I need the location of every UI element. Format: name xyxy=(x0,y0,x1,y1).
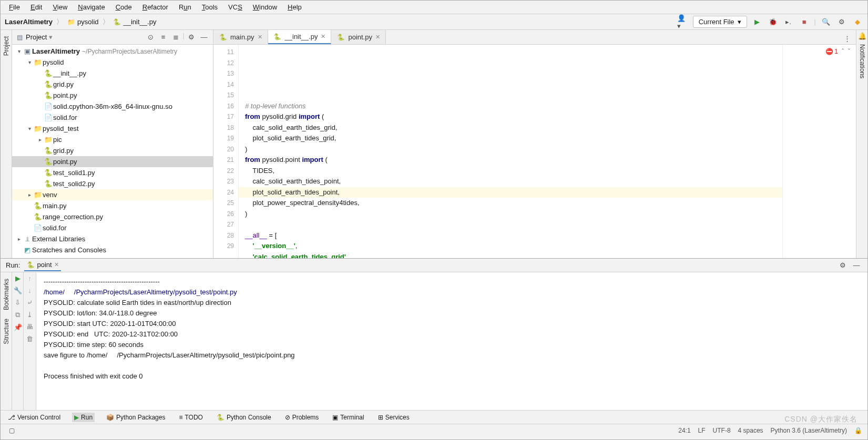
breadcrumb[interactable]: LaserAltimetry 〉 📁 pysolid 〉 🐍 __init__.… xyxy=(5,17,156,27)
tab-more-icon[interactable]: ⋮ xyxy=(841,33,853,44)
status-position[interactable]: 24:1 xyxy=(678,427,690,434)
lock-icon[interactable]: 🔒 xyxy=(854,427,862,434)
layout-icon[interactable]: ⧉ xyxy=(15,311,20,319)
run-button[interactable]: ▶ xyxy=(751,16,763,28)
tree-folder-pysolid[interactable]: ▾📁pysolid xyxy=(12,57,213,68)
close-icon[interactable]: ✕ xyxy=(54,261,59,268)
rerun-button[interactable]: ▶ xyxy=(15,274,21,282)
tree-external-libs[interactable]: ▸⫫External Libraries xyxy=(12,233,213,244)
bookmarks-tool-button[interactable]: Bookmarks xyxy=(2,274,11,314)
close-icon[interactable]: ✕ xyxy=(258,34,262,40)
wrench-icon[interactable]: 🔧 xyxy=(14,286,22,294)
next-highlight-icon[interactable]: ˅ xyxy=(847,48,851,55)
print-icon[interactable]: 🖶 xyxy=(26,323,33,331)
tree-root[interactable]: ▾▣LaserAltimetry~/PycharmProjects/LaserA… xyxy=(12,46,213,57)
down-icon[interactable]: ↓ xyxy=(28,286,32,294)
tree-folder-pic[interactable]: ▸📁pic xyxy=(12,134,213,145)
tab-terminal[interactable]: ▣ Terminal xyxy=(330,413,366,422)
editor-gutter[interactable]: 11121314151617181920212223242526272829 xyxy=(213,45,239,258)
chevron-down-icon[interactable]: ▾ xyxy=(49,33,53,41)
tool-window-toggle-icon[interactable]: ▢ xyxy=(6,425,17,436)
crumb-file[interactable]: __init__.py xyxy=(124,18,157,26)
project-tree[interactable]: ▾▣LaserAltimetry~/PycharmProjects/LaserA… xyxy=(12,45,213,258)
code-editor[interactable]: # top-level functionsfrom pysolid.grid i… xyxy=(239,45,782,258)
status-encoding[interactable]: UTF-8 xyxy=(713,427,731,434)
structure-tool-button[interactable]: Structure xyxy=(2,314,11,349)
tab-services[interactable]: ⊞ Services xyxy=(376,413,412,422)
menu-vcs[interactable]: VCS xyxy=(224,2,247,12)
tab-problems[interactable]: ⊘ Problems xyxy=(283,413,321,422)
menu-edit[interactable]: Edit xyxy=(26,2,46,12)
status-indent[interactable]: 4 spaces xyxy=(738,427,763,434)
expand-all-icon[interactable]: ≡ xyxy=(158,32,169,43)
menu-view[interactable]: View xyxy=(48,2,72,12)
gear-icon[interactable]: ⚙ xyxy=(186,32,197,43)
tab-point-py[interactable]: 🐍point.py✕ xyxy=(331,30,386,44)
menu-refactor[interactable]: Refactor xyxy=(138,2,172,12)
ide-logo-icon[interactable]: ◆ xyxy=(852,16,863,28)
project-tool-button[interactable]: Project xyxy=(2,32,11,60)
crumb-mid[interactable]: pysolid xyxy=(77,18,98,26)
menu-file[interactable]: File xyxy=(5,2,24,12)
run-config-name: point xyxy=(37,261,52,269)
tree-file[interactable]: 🐍test_solid1.py xyxy=(12,167,213,178)
status-interpreter[interactable]: Python 3.6 (LaserAltimetry) xyxy=(771,427,847,434)
coverage-button[interactable]: ▸. xyxy=(783,16,794,28)
user-icon[interactable]: 👤▾ xyxy=(677,16,689,28)
select-open-file-icon[interactable]: ⊙ xyxy=(145,32,157,43)
tree-file[interactable]: 🐍range_correction.py xyxy=(12,211,213,222)
menu-navigate[interactable]: Navigate xyxy=(74,2,109,12)
menu-tools[interactable]: Tools xyxy=(198,2,222,12)
tree-file-selected[interactable]: 🐍point.py xyxy=(12,156,213,167)
menu-help[interactable]: Help xyxy=(283,2,306,12)
debug-button[interactable]: 🐞 xyxy=(767,16,779,28)
tab-version-control[interactable]: ⎇ Version Control xyxy=(6,413,63,422)
tree-file[interactable]: 🐍__init__.py xyxy=(12,68,213,79)
tree-file[interactable]: 🐍test_solid2.py xyxy=(12,178,213,189)
down-icon[interactable]: ⇩ xyxy=(15,299,21,306)
close-icon[interactable]: ✕ xyxy=(375,34,380,40)
tree-file[interactable]: 🐍grid.py xyxy=(12,79,213,90)
notifications-icon[interactable]: 🔔 xyxy=(858,32,866,40)
tree-file[interactable]: 🐍main.py xyxy=(12,200,213,211)
tab-init-py[interactable]: 🐍__init__.py✕ xyxy=(268,30,332,44)
tree-file[interactable]: 🐍grid.py xyxy=(12,145,213,156)
tree-folder-pysolid-test[interactable]: ▾📁pysolid_test xyxy=(12,123,213,134)
tree-file[interactable]: 📄solid.cpython-36m-x86_64-linux-gnu.so xyxy=(12,101,213,112)
tree-file[interactable]: 📄solid.for xyxy=(12,112,213,123)
tab-run[interactable]: ▶ Run xyxy=(72,413,95,422)
crumb-root[interactable]: LaserAltimetry xyxy=(5,18,53,26)
status-line-ending[interactable]: LF xyxy=(698,427,706,434)
tab-python-packages[interactable]: 📦 Python Packages xyxy=(104,413,167,422)
tab-todo[interactable]: ≡ TODO xyxy=(177,413,205,422)
editor-minimap[interactable]: ⛔1 ˄ ˅ xyxy=(782,45,856,258)
hide-panel-icon[interactable]: — xyxy=(851,260,862,271)
search-icon[interactable]: 🔍 xyxy=(820,16,832,28)
scroll-end-icon[interactable]: ⤓ xyxy=(27,311,33,319)
run-console[interactable]: ----------------------------------------… xyxy=(36,272,867,410)
run-config-selector[interactable]: Current File ▾ xyxy=(693,16,747,28)
tab-python-console[interactable]: 🐍 Python Console xyxy=(215,413,273,422)
tree-file[interactable]: 📄solid.for xyxy=(12,222,213,233)
pin-icon[interactable]: 📌 xyxy=(14,323,22,331)
settings-icon[interactable]: ⚙ xyxy=(836,16,847,28)
error-indicator[interactable]: ⛔1 xyxy=(825,48,838,55)
tree-scratches[interactable]: ◩Scratches and Consoles xyxy=(12,244,213,255)
tree-folder-venv[interactable]: ▸📁venv xyxy=(12,189,213,200)
hide-panel-icon[interactable]: — xyxy=(198,32,210,43)
menu-code[interactable]: Code xyxy=(111,2,136,12)
tree-file[interactable]: 🐍point.py xyxy=(12,90,213,101)
menu-run[interactable]: Run xyxy=(175,2,196,12)
gear-icon[interactable]: ⚙ xyxy=(837,260,849,271)
stop-button[interactable]: ■ xyxy=(799,16,810,28)
collapse-all-icon[interactable]: ≣ xyxy=(170,32,182,43)
tab-main-py[interactable]: 🐍main.py✕ xyxy=(213,30,268,44)
prev-highlight-icon[interactable]: ˄ xyxy=(841,48,844,55)
up-icon[interactable]: ↑ xyxy=(28,274,32,282)
notifications-tool-button[interactable]: Notifications xyxy=(857,40,867,83)
soft-wrap-icon[interactable]: ⤶ xyxy=(27,299,33,306)
close-icon[interactable]: ✕ xyxy=(321,33,325,40)
run-tab[interactable]: 🐍 point ✕ xyxy=(24,260,60,271)
menu-window[interactable]: Window xyxy=(249,2,281,12)
trash-icon[interactable]: 🗑 xyxy=(26,335,33,343)
